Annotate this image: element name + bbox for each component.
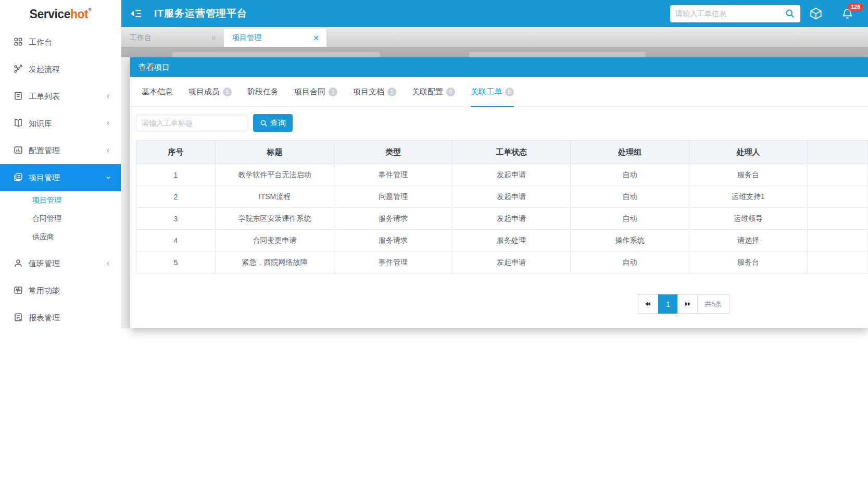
cell-handler: 运维领导 — [689, 208, 808, 230]
tab-phase-tasks[interactable]: 阶段任务 — [247, 77, 279, 106]
cell-type: 服务请求 — [334, 230, 452, 252]
sidebar-item-knowledge-base[interactable]: 知识库 — [0, 110, 121, 137]
topbar: IT服务运营管理平台 126 — [121, 0, 868, 27]
col-header-index: 序号 — [136, 141, 216, 164]
tab-label: 关联工单 — [471, 87, 502, 97]
view-project-modal: 查看项目 基本信息 项目成员 5 阶段任务 项目合同 1 项目文档 1 关联配置… — [130, 57, 868, 328]
tab-related-config[interactable]: 关联配置 0 — [412, 77, 455, 106]
sidebar-item-project-management[interactable]: 项目管理 — [0, 164, 121, 191]
cell-status: 服务处理 — [452, 230, 571, 252]
cell-index: 2 — [136, 186, 216, 208]
tab-related-tickets[interactable]: 关联工单 5 — [471, 77, 514, 106]
page-tabstrip: 工作台 ✕ 项目管理 ✕ — [121, 27, 868, 47]
table-row: 5 紧急，西院网络故障 事件管理 发起申请 自动 服务台 — [136, 252, 868, 274]
double-arrow-right-icon — [684, 301, 691, 307]
cell-handler: 运维支持1 — [689, 186, 808, 208]
global-search-input[interactable] — [675, 9, 785, 18]
grid-icon — [14, 37, 23, 48]
table-row: 2 ITSM流程 问题管理 发起申请 自动 运维支持1 — [136, 186, 868, 208]
page-tab-project-management[interactable]: 项目管理 ✕ — [224, 29, 326, 47]
table-row: 1 教学软件平台无法启动 事件管理 发起申请 自动 服务台 — [136, 164, 868, 186]
pagination: 1 共5条 — [638, 294, 729, 314]
cell-index: 4 — [136, 230, 216, 252]
sidebar-item-report-management[interactable]: 报表管理 — [0, 304, 121, 331]
page-tab-workbench[interactable]: 工作台 ✕ — [121, 29, 224, 47]
modal-title: 查看项目 — [139, 63, 170, 72]
report-icon — [14, 313, 23, 324]
double-arrow-left-icon — [645, 301, 651, 307]
cell-index: 5 — [136, 252, 216, 274]
table-header-row: 序号 标题 类型 工单状态 处理组 处理人 — [136, 141, 868, 164]
col-header-clipped — [808, 141, 868, 164]
cell-clipped — [808, 208, 868, 230]
cell-clipped — [808, 186, 868, 208]
chevron-down-icon — [105, 173, 111, 182]
tab-project-members[interactable]: 项目成员 5 — [188, 77, 232, 106]
cell-type: 事件管理 — [334, 252, 452, 274]
sidebar-item-label: 常用功能 — [29, 286, 60, 296]
query-button-label: 查询 — [270, 118, 286, 128]
menu-fold-icon[interactable] — [130, 7, 143, 20]
last-page-button[interactable] — [677, 294, 698, 314]
cell-status: 发起申请 — [452, 186, 571, 208]
sidebar: Servicehot® 工作台 发起流程 工单列表 知识库 配置管理 项目管理 … — [0, 0, 121, 328]
tab-basic-info[interactable]: 基本信息 — [142, 77, 173, 106]
sidebar-item-start-process[interactable]: 发起流程 — [0, 56, 121, 83]
tab-project-documents[interactable]: 项目文档 1 — [353, 77, 396, 106]
sidebar-item-label: 工单列表 — [29, 92, 60, 102]
ticket-title-link[interactable]: 教学软件平台无法启动 — [216, 164, 334, 186]
close-icon[interactable]: ✕ — [211, 34, 217, 42]
notification-bell[interactable]: 126 — [841, 8, 853, 20]
sidebar-item-label: 值班管理 — [29, 259, 60, 269]
cell-type: 事件管理 — [334, 164, 452, 186]
ticket-title-link[interactable]: ITSM流程 — [216, 186, 334, 208]
count-badge: 1 — [329, 88, 337, 96]
count-badge: 1 — [387, 88, 396, 96]
activity-icon — [14, 285, 23, 296]
sidebar-item-common-functions[interactable]: 常用功能 — [0, 277, 121, 304]
tab-project-contracts[interactable]: 项目合同 1 — [294, 77, 337, 106]
sidebar-subitem-supplier[interactable]: 供应商 — [0, 228, 121, 246]
ticket-title-link[interactable]: 学院东区安装课件系统 — [216, 208, 334, 230]
col-header-type: 类型 — [334, 141, 452, 164]
count-badge: 5 — [223, 88, 232, 96]
chevron-left-icon — [105, 92, 111, 101]
sidebar-item-label: 报表管理 — [29, 313, 60, 323]
sidebar-item-duty-management[interactable]: 值班管理 — [0, 250, 121, 277]
ticket-title-input[interactable] — [136, 115, 247, 131]
col-header-status: 工单状态 — [452, 141, 571, 164]
page-number-current[interactable]: 1 — [658, 294, 678, 314]
first-page-button[interactable] — [638, 294, 658, 314]
book-icon — [14, 118, 23, 129]
servicehot-logo: Servicehot® — [0, 0, 121, 29]
cube-icon[interactable] — [809, 7, 823, 20]
cell-group: 自动 — [571, 164, 689, 186]
logo-text-hot: hot — [70, 7, 88, 21]
ticket-title-link[interactable]: 合同变更申请 — [216, 230, 334, 252]
chart-icon — [14, 145, 23, 156]
ticket-title-link[interactable]: 紧急，西院网络故障 — [216, 252, 334, 274]
col-header-group: 处理组 — [571, 141, 689, 164]
total-count-label: 共5条 — [697, 294, 729, 314]
modal-tabs: 基本信息 项目成员 5 阶段任务 项目合同 1 项目文档 1 关联配置 0 关联… — [130, 77, 868, 107]
sidebar-item-config-management[interactable]: 配置管理 — [0, 137, 121, 164]
count-badge: 0 — [446, 88, 455, 96]
sidebar-subitem-contract-management[interactable]: 合同管理 — [0, 209, 121, 228]
sidebar-item-label: 知识库 — [29, 119, 52, 129]
sidebar-subitem-project-management[interactable]: 项目管理 — [0, 191, 121, 209]
query-button[interactable]: 查询 — [253, 114, 293, 132]
logo-registered-mark: ® — [88, 7, 91, 13]
search-icon[interactable] — [785, 8, 795, 19]
cell-status: 发起申请 — [452, 252, 571, 274]
user-icon — [14, 258, 23, 269]
sidebar-item-workbench[interactable]: 工作台 — [0, 29, 121, 56]
sidebar-item-ticket-list[interactable]: 工单列表 — [0, 83, 121, 110]
cell-index: 3 — [136, 208, 216, 230]
table-row: 3 学院东区安装课件系统 服务请求 发起申请 自动 运维领导 — [136, 208, 868, 230]
cell-handler: 服务台 — [689, 252, 808, 274]
chevron-left-icon — [105, 146, 111, 155]
close-icon[interactable]: ✕ — [313, 34, 319, 42]
submenu-item-label: 合同管理 — [32, 214, 61, 223]
cell-clipped — [808, 252, 868, 274]
cell-type: 问题管理 — [334, 186, 452, 208]
